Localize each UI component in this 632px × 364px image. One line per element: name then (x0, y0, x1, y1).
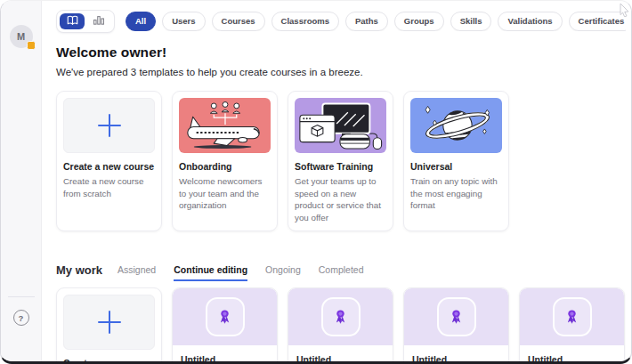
template-card-universal[interactable]: Universal Train on any topic with the mo… (403, 91, 509, 231)
my-work-title: My work (56, 263, 102, 277)
card-description: Train on any topic with the most engagin… (410, 175, 502, 212)
create-course-work-card[interactable]: Create a new course Create a new course … (56, 287, 162, 361)
main-content: All Users Courses Classrooms Paths Group… (42, 1, 631, 361)
avatar-status-badge (27, 41, 36, 50)
sidebar-divider (8, 296, 35, 297)
sidebar: M ? (1, 1, 42, 361)
plus-icon (63, 98, 155, 153)
card-title: Create a new course (63, 358, 155, 361)
draft-card-body: Untitled Updated 9 days ago (288, 345, 393, 361)
view-toggle (56, 10, 115, 33)
book-view-button[interactable] (60, 13, 85, 29)
draft-course-card[interactable]: Untitled Updated 9 days ago (288, 287, 393, 361)
draft-thumbnail (520, 288, 624, 345)
app-window: M ? (0, 0, 632, 364)
card-description: Create a new course from scratch (63, 175, 155, 199)
avatar-initial: M (17, 31, 25, 42)
my-work-cards: Create a new course Create a new course … (56, 287, 626, 361)
chart-view-button[interactable] (86, 13, 111, 29)
filter-pills: All Users Courses Classrooms Paths Group… (126, 12, 626, 31)
tab-completed[interactable]: Completed (319, 264, 364, 281)
award-ribbon-icon (437, 297, 476, 336)
draft-thumbnail (288, 288, 393, 345)
draft-thumbnail (173, 288, 277, 345)
award-ribbon-icon (553, 297, 592, 336)
draft-title: Untitled (296, 354, 385, 361)
topbar: All Users Courses Classrooms Paths Group… (56, 10, 626, 33)
tab-continue-editing[interactable]: Continue editing (174, 264, 247, 281)
my-work-header: My work Assigned Continue editing Ongoin… (56, 263, 626, 277)
help-icon[interactable]: ? (13, 310, 29, 326)
draft-course-card[interactable]: Untitled Updated 9 days ago (403, 287, 509, 361)
filter-pill-paths[interactable]: Paths (345, 12, 388, 31)
draft-course-card[interactable]: Untitled Updated 9 days ago (519, 287, 625, 361)
create-course-template-card[interactable]: Create a new course Create a new course … (56, 91, 162, 231)
tab-assigned[interactable]: Assigned (117, 264, 156, 281)
template-card-software-training[interactable]: Software Training Get your teams up to s… (288, 91, 393, 231)
planet-illustration (410, 98, 502, 153)
tab-ongoing[interactable]: Ongoing (265, 264, 301, 281)
welcome-subtitle: We've prepared 3 templates to help you c… (56, 67, 626, 77)
computer-illustration (295, 98, 386, 153)
book-icon (66, 15, 79, 28)
card-title: Create a new course (63, 161, 155, 172)
filter-pill-classrooms[interactable]: Classrooms (271, 12, 339, 31)
filter-pill-courses[interactable]: Courses (212, 12, 265, 31)
template-cards: Create a new course Create a new course … (56, 91, 626, 231)
draft-title: Untitled (181, 354, 269, 361)
award-ribbon-icon (321, 297, 361, 336)
filter-pill-all[interactable]: All (126, 12, 156, 31)
filter-pill-groups[interactable]: Groups (394, 12, 444, 31)
draft-card-body: Untitled Updated 9 days ago (404, 345, 508, 361)
card-description: Welcome newcomers to your team and the o… (179, 175, 271, 212)
filter-pill-validations[interactable]: Validations (498, 12, 562, 31)
my-work-tabs: Assigned Continue editing Ongoing Comple… (117, 264, 364, 275)
draft-title: Untitled (528, 354, 616, 361)
card-title: Universal (410, 161, 502, 172)
plus-icon (63, 295, 155, 350)
draft-course-card[interactable]: Untitled Updated yesterday (172, 287, 278, 361)
airplane-illustration (179, 98, 271, 153)
filter-pill-users[interactable]: Users (162, 12, 205, 31)
sidebar-bottom: ? (1, 296, 41, 326)
draft-title: Untitled (412, 354, 500, 361)
card-description: Get your teams up to speed on a new prod… (295, 175, 386, 224)
card-title: Software Training (295, 161, 386, 172)
template-card-onboarding[interactable]: Onboarding Welcome newcomers to your tea… (172, 91, 278, 231)
card-title: Onboarding (179, 161, 271, 172)
award-ribbon-icon (206, 297, 245, 336)
draft-card-body: Untitled Updated yesterday (173, 345, 277, 361)
welcome-title: Welcome owner! (56, 44, 626, 61)
avatar[interactable]: M (10, 25, 33, 48)
draft-thumbnail (404, 288, 508, 345)
bar-chart-icon (93, 14, 105, 28)
filter-pill-certificates[interactable]: Certificates (569, 12, 626, 31)
filter-pill-skills[interactable]: Skills (450, 12, 492, 31)
draft-card-body: Untitled Updated 9 days ago (520, 345, 624, 361)
